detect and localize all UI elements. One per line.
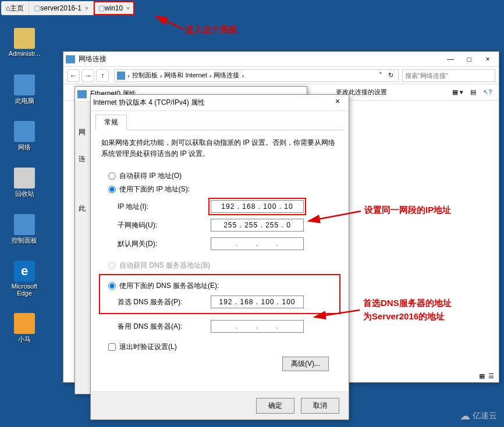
view-icons-button[interactable]: ▦ ▾ — [450, 87, 466, 97]
ethernet-icon — [77, 90, 87, 98]
desktop-icon-network[interactable]: 网络 — [7, 121, 42, 152]
ip-address-label: IP 地址(I): — [118, 202, 211, 212]
nav-bar: ← → ↑ › 控制面板› 网络和 Internet› 网络连接› ˅ ↻ — [63, 67, 499, 84]
cloud-icon: ☁ — [460, 410, 470, 422]
folder-icon — [14, 28, 35, 49]
tab-content: 如果网络支持此功能，则可以获取自动指派的 IP 设置。否则，你需要从网络系统管理… — [91, 130, 349, 383]
subnet-mask-label: 子网掩码(U): — [118, 220, 211, 230]
close-icon[interactable]: × — [85, 5, 88, 12]
control-panel-icon — [14, 214, 35, 235]
status-bar: ▦ ☰ — [479, 372, 494, 380]
advanced-button[interactable]: 高级(V)... — [282, 357, 329, 371]
annotation-enter-system: 进入这个系统 — [185, 24, 237, 35]
subnet-mask-input[interactable] — [211, 219, 304, 232]
monitor-icon: ▢ — [98, 4, 105, 12]
gateway-input[interactable] — [211, 237, 304, 250]
view-list-icon[interactable]: ☰ — [488, 372, 494, 380]
close-button[interactable]: × — [479, 54, 496, 65]
ok-button[interactable]: 确定 — [256, 398, 294, 414]
primary-dns-input[interactable] — [211, 296, 304, 308]
radio-auto-dns: 自动获得 DNS 服务器地址(B) — [108, 261, 338, 271]
radio-manual-ip[interactable]: 使用下面的 IP 地址(S): — [108, 184, 338, 194]
watermark: ☁ 亿速云 — [460, 410, 497, 422]
view-details-button[interactable]: ▤ — [468, 87, 478, 97]
network-icon — [66, 55, 75, 63]
back-button[interactable]: ← — [67, 69, 80, 82]
primary-dns-label: 首选 DNS 服务器(P): — [118, 297, 211, 307]
tab-general[interactable]: 常规 — [95, 115, 127, 130]
radio-manual-dns[interactable]: 使用下面的 DNS 服务器地址(E): — [108, 281, 338, 291]
refresh-icon[interactable]: ↻ — [388, 72, 393, 79]
validate-on-exit-checkbox[interactable]: 退出时验证设置(L) — [108, 342, 338, 352]
help-button[interactable]: ↖? — [481, 87, 494, 97]
window-title: 网络连接 — [79, 54, 441, 64]
description-text: 如果网络支持此功能，则可以获取自动指派的 IP 设置。否则，你需要从网络系统管理… — [101, 137, 338, 159]
gateway-label: 默认网关(D): — [118, 239, 211, 249]
ipv4-properties-dialog: Internet 协议版本 4 (TCP/IPv4) 属性 × 常规 如果网络支… — [90, 94, 349, 420]
tab-server2016[interactable]: ▢ server2016-1 × — [29, 1, 94, 15]
edge-icon: e — [14, 261, 35, 282]
titlebar: Internet 协议版本 4 (TCP/IPv4) 属性 × — [91, 95, 349, 111]
search-input[interactable] — [402, 69, 495, 82]
alt-dns-label: 备用 DNS 服务器(A): — [118, 322, 211, 332]
vm-tab-bar: ⌂ 主页 ▢ server2016-1 × ▢ win10 × — [1, 1, 134, 15]
app-icon — [14, 313, 35, 334]
computer-icon — [14, 74, 35, 95]
close-button[interactable]: × — [329, 97, 346, 109]
network-icon — [14, 121, 35, 142]
dialog-title: Internet 协议版本 4 (TCP/IPv4) 属性 — [93, 98, 329, 108]
titlebar: 网络连接 — □ × — [63, 52, 499, 67]
view-tiles-icon[interactable]: ▦ — [479, 372, 485, 380]
tab-win10[interactable]: ▢ win10 × — [94, 1, 134, 15]
desktop-icon-recycle-bin[interactable]: 回收站 — [7, 168, 42, 198]
radio-auto-ip[interactable]: 自动获得 IP 地址(O) — [108, 171, 338, 181]
breadcrumb-icon — [117, 72, 125, 80]
up-button[interactable]: ↑ — [96, 69, 109, 82]
svg-line-0 — [156, 16, 183, 29]
breadcrumb[interactable]: › 控制面板› 网络和 Internet› 网络连接› ˅ ↻ — [114, 69, 399, 82]
close-icon[interactable]: × — [126, 5, 130, 12]
desktop-icon-administrator[interactable]: Administr... — [7, 28, 42, 57]
dialog-buttons: 确定 取消 — [91, 392, 349, 419]
gateway-row: 默认网关(D): — [118, 237, 338, 250]
tab-home[interactable]: ⌂ 主页 — [1, 1, 29, 15]
subnet-mask-row: 子网掩码(U): — [118, 219, 338, 232]
alt-dns-input[interactable] — [211, 320, 304, 333]
chevron-down-icon[interactable]: ˅ — [379, 72, 382, 79]
maximize-button[interactable]: □ — [460, 54, 478, 65]
cancel-button[interactable]: 取消 — [301, 398, 339, 414]
tab-label: server2016-1 — [40, 4, 81, 12]
desktop-icon-xiaoma[interactable]: 小马 — [7, 313, 42, 344]
ip-address-row: IP 地址(I): — [118, 200, 338, 213]
alt-dns-row: 备用 DNS 服务器(A): — [118, 320, 338, 333]
primary-dns-row: 首选 DNS 服务器(P): — [118, 296, 338, 308]
minimize-button[interactable]: — — [442, 54, 459, 65]
tab-label: 主页 — [10, 3, 24, 13]
desktop-icon-edge[interactable]: e Microsoft Edge — [7, 261, 42, 297]
tab-label: win10 — [105, 4, 123, 12]
recycle-bin-icon — [14, 168, 35, 188]
forward-button[interactable]: → — [81, 69, 94, 82]
home-icon: ⌂ — [6, 4, 10, 12]
tab-strip: 常规 — [95, 115, 344, 130]
desktop-icon-this-pc[interactable]: 此电脑 — [7, 74, 42, 105]
monitor-icon: ▢ — [34, 4, 40, 12]
desktop-icon-control-panel[interactable]: 控制面板 — [7, 214, 42, 245]
ip-address-input[interactable] — [211, 200, 304, 213]
